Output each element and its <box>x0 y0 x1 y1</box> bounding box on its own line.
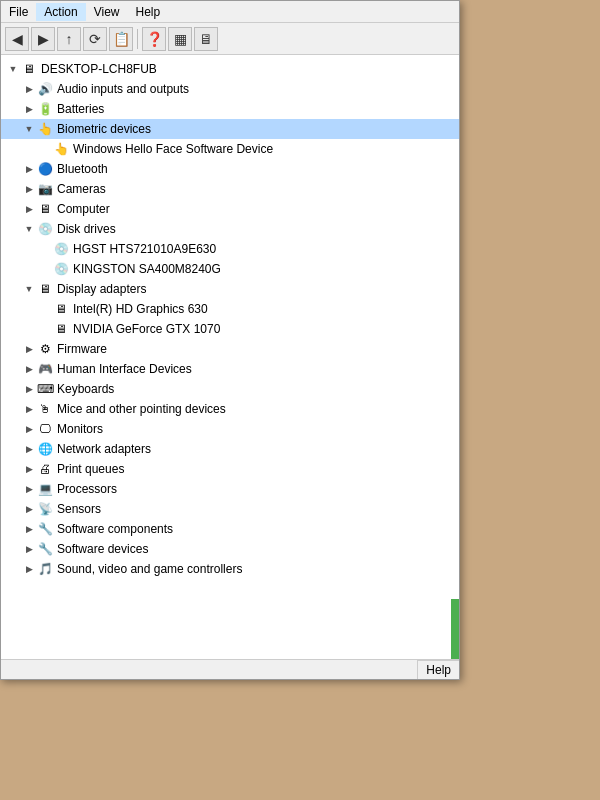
label-kingston: KINGSTON SA400M8240G <box>73 262 221 276</box>
tree-item-bluetooth[interactable]: 🔵Bluetooth <box>1 159 459 179</box>
expander-print[interactable] <box>21 461 37 477</box>
help-button[interactable]: Help <box>417 660 459 679</box>
tree-item-hgst[interactable]: 💿HGST HTS721010A9E630 <box>1 239 459 259</box>
icon-sensor-sensors: 📡 <box>37 501 53 517</box>
tree-item-display[interactable]: 🖥Display adapters <box>1 279 459 299</box>
expander-swcomponents[interactable] <box>21 521 37 537</box>
icon-monitor-monitors: 🖵 <box>37 421 53 437</box>
expander-computer[interactable] <box>5 61 21 77</box>
label-swcomponents: Software components <box>57 522 173 536</box>
expander-disk[interactable] <box>21 221 37 237</box>
toolbar-btn-monitor[interactable]: 🖥 <box>194 27 218 51</box>
tree-item-batteries[interactable]: 🔋Batteries <box>1 99 459 119</box>
tree-item-intel[interactable]: 🖥Intel(R) HD Graphics 630 <box>1 299 459 319</box>
expander-hid[interactable] <box>21 361 37 377</box>
scroll-indicator <box>451 599 459 659</box>
icon-print-print: 🖨 <box>37 461 53 477</box>
icon-hid-hid: 🎮 <box>37 361 53 377</box>
expander-bluetooth[interactable] <box>21 161 37 177</box>
tree-item-nvidia[interactable]: 🖥NVIDIA GeForce GTX 1070 <box>1 319 459 339</box>
menu-item-action[interactable]: Action <box>36 3 85 21</box>
tree-item-sensors[interactable]: 📡Sensors <box>1 499 459 519</box>
tree-item-hid[interactable]: 🎮Human Interface Devices <box>1 359 459 379</box>
tree-item-computer2[interactable]: 🖥Computer <box>1 199 459 219</box>
toolbar-btn-up[interactable]: ↑ <box>57 27 81 51</box>
toolbar-btn-forward[interactable]: ▶ <box>31 27 55 51</box>
icon-computer-computer2: 🖥 <box>37 201 53 217</box>
icon-software-swcomponents: 🔧 <box>37 521 53 537</box>
tree-item-network[interactable]: 🌐Network adapters <box>1 439 459 459</box>
label-monitors: Monitors <box>57 422 103 436</box>
toolbar-btn-help[interactable]: ❓ <box>142 27 166 51</box>
icon-camera-cameras: 📷 <box>37 181 53 197</box>
expander-sensors[interactable] <box>21 501 37 517</box>
tree-item-computer[interactable]: 🖥DESKTOP-LCH8FUB <box>1 59 459 79</box>
label-audio: Audio inputs and outputs <box>57 82 189 96</box>
label-cameras: Cameras <box>57 182 106 196</box>
toolbar-btn-back[interactable]: ◀ <box>5 27 29 51</box>
label-display: Display adapters <box>57 282 146 296</box>
tree-item-firmware[interactable]: ⚙Firmware <box>1 339 459 359</box>
tree-item-keyboards[interactable]: ⌨Keyboards <box>1 379 459 399</box>
expander-keyboards[interactable] <box>21 381 37 397</box>
expander-biometric[interactable] <box>21 121 37 137</box>
label-disk: Disk drives <box>57 222 116 236</box>
label-biometric: Biometric devices <box>57 122 151 136</box>
icon-biometric-biometric: 👆 <box>37 121 53 137</box>
tree-item-whfsd[interactable]: 👆Windows Hello Face Software Device <box>1 139 459 159</box>
menu-item-view[interactable]: View <box>86 3 128 21</box>
toolbar-btn-display[interactable]: ▦ <box>168 27 192 51</box>
menu-item-file[interactable]: File <box>1 3 36 21</box>
icon-audio-audio: 🔊 <box>37 81 53 97</box>
tree-item-swcomponents[interactable]: 🔧Software components <box>1 519 459 539</box>
icon-mouse-mice: 🖱 <box>37 401 53 417</box>
menu-item-help[interactable]: Help <box>128 3 169 21</box>
expander-computer2[interactable] <box>21 201 37 217</box>
tree-item-audio[interactable]: 🔊Audio inputs and outputs <box>1 79 459 99</box>
toolbar-btn-scan[interactable]: ⟳ <box>83 27 107 51</box>
label-keyboards: Keyboards <box>57 382 114 396</box>
tree-item-cameras[interactable]: 📷Cameras <box>1 179 459 199</box>
label-firmware: Firmware <box>57 342 107 356</box>
toolbar-btn-properties[interactable]: 📋 <box>109 27 133 51</box>
expander-batteries[interactable] <box>21 101 37 117</box>
tree-item-sound[interactable]: 🎵Sound, video and game controllers <box>1 559 459 579</box>
label-sensors: Sensors <box>57 502 101 516</box>
label-bluetooth: Bluetooth <box>57 162 108 176</box>
expander-processors[interactable] <box>21 481 37 497</box>
label-batteries: Batteries <box>57 102 104 116</box>
tree-area[interactable]: 🖥DESKTOP-LCH8FUB🔊Audio inputs and output… <box>1 55 459 679</box>
expander-monitors[interactable] <box>21 421 37 437</box>
tree-item-disk[interactable]: 💿Disk drives <box>1 219 459 239</box>
tree-item-mice[interactable]: 🖱Mice and other pointing devices <box>1 399 459 419</box>
expander-network[interactable] <box>21 441 37 457</box>
icon-computer-computer: 🖥 <box>21 61 37 77</box>
label-hid: Human Interface Devices <box>57 362 192 376</box>
icon-battery-batteries: 🔋 <box>37 101 53 117</box>
tree-item-monitors[interactable]: 🖵Monitors <box>1 419 459 439</box>
label-processors: Processors <box>57 482 117 496</box>
expander-swdevices[interactable] <box>21 541 37 557</box>
toolbar-separator <box>137 29 138 49</box>
label-computer2: Computer <box>57 202 110 216</box>
expander-cameras[interactable] <box>21 181 37 197</box>
icon-software-swdevices: 🔧 <box>37 541 53 557</box>
icon-display-intel: 🖥 <box>53 301 69 317</box>
tree-item-swdevices[interactable]: 🔧Software devices <box>1 539 459 559</box>
icon-network-network: 🌐 <box>37 441 53 457</box>
expander-sound[interactable] <box>21 561 37 577</box>
label-mice: Mice and other pointing devices <box>57 402 226 416</box>
tree-item-print[interactable]: 🖨Print queues <box>1 459 459 479</box>
expander-display[interactable] <box>21 281 37 297</box>
expander-mice[interactable] <box>21 401 37 417</box>
tree-item-processors[interactable]: 💻Processors <box>1 479 459 499</box>
expander-firmware[interactable] <box>21 341 37 357</box>
icon-processor-processors: 💻 <box>37 481 53 497</box>
icon-display-nvidia: 🖥 <box>53 321 69 337</box>
tree-item-biometric[interactable]: 👆Biometric devices <box>1 119 459 139</box>
label-swdevices: Software devices <box>57 542 148 556</box>
tree-item-kingston[interactable]: 💿KINGSTON SA400M8240G <box>1 259 459 279</box>
expander-audio[interactable] <box>21 81 37 97</box>
label-intel: Intel(R) HD Graphics 630 <box>73 302 208 316</box>
label-print: Print queues <box>57 462 124 476</box>
